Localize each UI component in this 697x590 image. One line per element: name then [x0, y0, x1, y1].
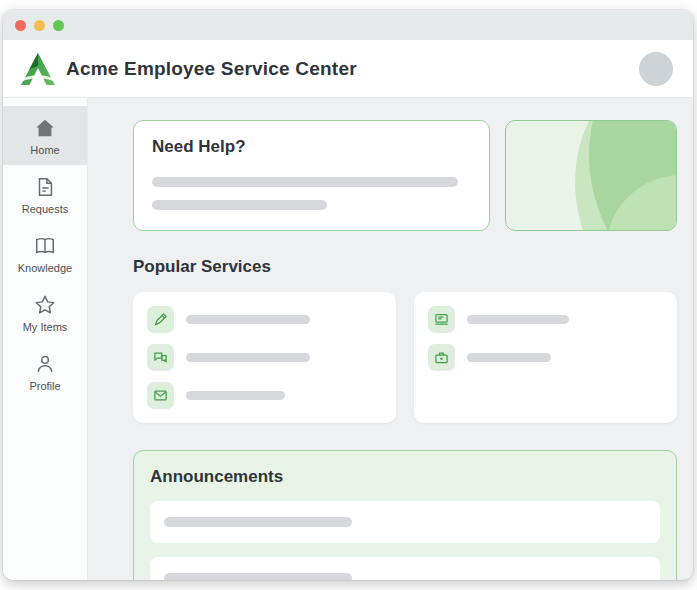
announcements-card: Announcements	[133, 450, 677, 580]
need-help-title: Need Help?	[152, 137, 471, 157]
person-icon	[34, 353, 56, 375]
placeholder-line	[467, 353, 551, 362]
placeholder-line	[164, 517, 352, 527]
pen-icon	[147, 306, 174, 333]
sidebar-item-label: Knowledge	[18, 262, 72, 274]
briefcase-icon	[428, 344, 455, 371]
placeholder-line	[186, 391, 285, 400]
document-icon	[34, 176, 56, 198]
announcement-item[interactable]	[150, 557, 660, 580]
app-header: Acme Employee Service Center	[3, 40, 693, 98]
popular-services-heading: Popular Services	[133, 257, 677, 277]
services-card-right	[414, 292, 677, 423]
window-titlebar	[3, 10, 693, 40]
computer-icon	[428, 306, 455, 333]
main-content: Need Help? Popular Services	[88, 98, 693, 580]
zoom-window-button[interactable]	[53, 20, 64, 31]
sidebar-item-home[interactable]: Home	[3, 106, 87, 165]
chat-bubbles-icon	[147, 344, 174, 371]
sidebar-item-label: Profile	[29, 380, 60, 392]
acme-logo-icon	[19, 52, 57, 86]
sidebar-item-label: Home	[30, 144, 59, 156]
service-item[interactable]	[147, 306, 382, 333]
placeholder-line	[186, 353, 310, 362]
close-window-button[interactable]	[15, 20, 26, 31]
sidebar-item-knowledge[interactable]: Knowledge	[3, 224, 87, 283]
star-icon	[34, 294, 56, 316]
placeholder-line	[467, 315, 569, 324]
service-item[interactable]	[428, 344, 663, 371]
sidebar-item-profile[interactable]: Profile	[3, 342, 87, 401]
sidebar-item-label: Requests	[22, 203, 68, 215]
sidebar-item-requests[interactable]: Requests	[3, 165, 87, 224]
placeholder-line	[152, 177, 458, 187]
user-avatar[interactable]	[639, 52, 673, 86]
need-help-card[interactable]: Need Help?	[133, 120, 490, 231]
app-window: Acme Employee Service Center Home Reques…	[3, 10, 693, 580]
placeholder-line	[186, 315, 310, 324]
placeholder-line	[152, 200, 327, 210]
mail-icon	[147, 382, 174, 409]
service-item[interactable]	[147, 344, 382, 371]
announcements-heading: Announcements	[150, 467, 660, 487]
services-card-left	[133, 292, 396, 423]
sidebar-item-my-items[interactable]: My Items	[3, 283, 87, 342]
sidebar-nav: Home Requests Knowledge	[3, 98, 88, 580]
open-book-icon	[34, 235, 56, 257]
page-title: Acme Employee Service Center	[66, 58, 357, 80]
minimize-window-button[interactable]	[34, 20, 45, 31]
placeholder-line	[164, 573, 352, 580]
promo-graphic-card[interactable]	[505, 120, 677, 231]
sidebar-item-label: My Items	[23, 321, 68, 333]
service-item[interactable]	[428, 306, 663, 333]
service-item[interactable]	[147, 382, 382, 409]
announcement-item[interactable]	[150, 501, 660, 543]
home-icon	[34, 117, 56, 139]
